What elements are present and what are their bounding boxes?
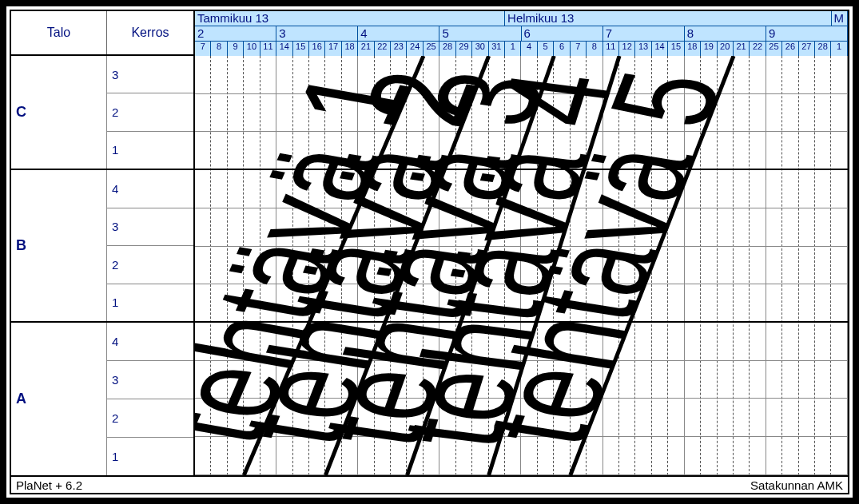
day-cell: 15 [293, 42, 309, 56]
floor-label: 3 [107, 208, 193, 246]
day-cell: 11 [260, 42, 276, 56]
house-label: A [11, 323, 107, 475]
day-cell: 27 [799, 42, 815, 56]
floor-label: 1 [107, 438, 193, 475]
org-label: Satakunnan AMK [750, 478, 843, 492]
floor-label: 4 [107, 323, 193, 361]
day-cell: 13 [635, 42, 651, 56]
day-cell: 17 [325, 42, 341, 56]
house-A: A4321 [11, 323, 193, 475]
day-cell: 20 [718, 42, 734, 56]
week-cell: 6 [522, 26, 603, 41]
day-cell: 19 [701, 42, 717, 56]
app-name: PlaNet + 6.2 [16, 478, 82, 492]
floor-label: 1 [107, 284, 193, 321]
day-cell: 24 [407, 42, 423, 56]
day-cell: 7 [195, 42, 211, 56]
day-cell: 7 [571, 42, 587, 56]
house-label: B [11, 170, 107, 321]
day-cell: 14 [276, 42, 292, 56]
day-cell: 1 [505, 42, 521, 56]
day-cell: 1 [831, 42, 847, 56]
day-cell: 11 [603, 42, 619, 56]
day-cell: 9 [228, 42, 244, 56]
day-cell: 22 [375, 42, 391, 56]
chart-frame: Talo Kerros C321B4321A4321 Tammikuu 13He… [10, 10, 849, 494]
day-cell: 21 [734, 42, 750, 56]
floor-label: 2 [107, 93, 193, 131]
week-cell: 9 [766, 26, 848, 41]
day-cell: 4 [521, 42, 537, 56]
day-cell: 28 [439, 42, 455, 56]
day-cell: 22 [750, 42, 766, 56]
footer: PlaNet + 6.2 Satakunnan AMK [11, 475, 848, 493]
floor-label: 4 [107, 170, 193, 208]
week-cell: 4 [358, 26, 439, 41]
week-cell: 2 [195, 26, 276, 41]
day-cell: 12 [619, 42, 635, 56]
chart-area: tehtävä 1tehtävä 2tehtävä 3tehtävä 4teht… [195, 56, 848, 475]
week-cell: 8 [685, 26, 766, 41]
house-label: C [11, 56, 107, 169]
house-C: C321 [11, 56, 193, 170]
month-cell: M [832, 11, 848, 26]
day-cell: 16 [309, 42, 325, 56]
day-cell: 28 [815, 42, 831, 56]
day-cell: 31 [489, 42, 505, 56]
week-cell: 7 [603, 26, 685, 41]
house-B: B4321 [11, 170, 193, 323]
week-cell: 5 [439, 26, 521, 41]
day-cell: 18 [342, 42, 358, 56]
floor-label: 3 [107, 56, 193, 93]
month-cell: Helmikuu 13 [505, 11, 832, 26]
day-cell: 10 [244, 42, 260, 56]
day-cell: 18 [685, 42, 701, 56]
week-cell: 3 [276, 26, 358, 41]
day-cell: 8 [211, 42, 227, 56]
day-cell: 29 [456, 42, 472, 56]
day-cell: 25 [766, 42, 782, 56]
day-cell: 21 [358, 42, 374, 56]
floor-label: 2 [107, 399, 193, 438]
row-headers: C321B4321A4321 [11, 56, 195, 475]
col-header-kerros: Kerros [107, 11, 195, 54]
day-cell: 6 [554, 42, 570, 56]
day-cell: 23 [391, 42, 407, 56]
col-header-talo: Talo [11, 11, 107, 54]
left-header: Talo Kerros [11, 11, 195, 56]
day-cell: 26 [782, 42, 798, 56]
day-cell: 15 [668, 42, 684, 56]
day-cell: 30 [472, 42, 488, 56]
timeline-header: Tammikuu 13Helmikuu 13M 23456789 7891011… [195, 11, 848, 56]
day-cell: 14 [652, 42, 668, 56]
month-cell: Tammikuu 13 [195, 11, 505, 26]
floor-label: 2 [107, 246, 193, 284]
day-cell: 5 [538, 42, 554, 56]
floor-label: 1 [107, 132, 193, 169]
day-cell: 8 [587, 42, 602, 56]
floor-label: 3 [107, 361, 193, 399]
day-cell: 25 [424, 42, 439, 56]
